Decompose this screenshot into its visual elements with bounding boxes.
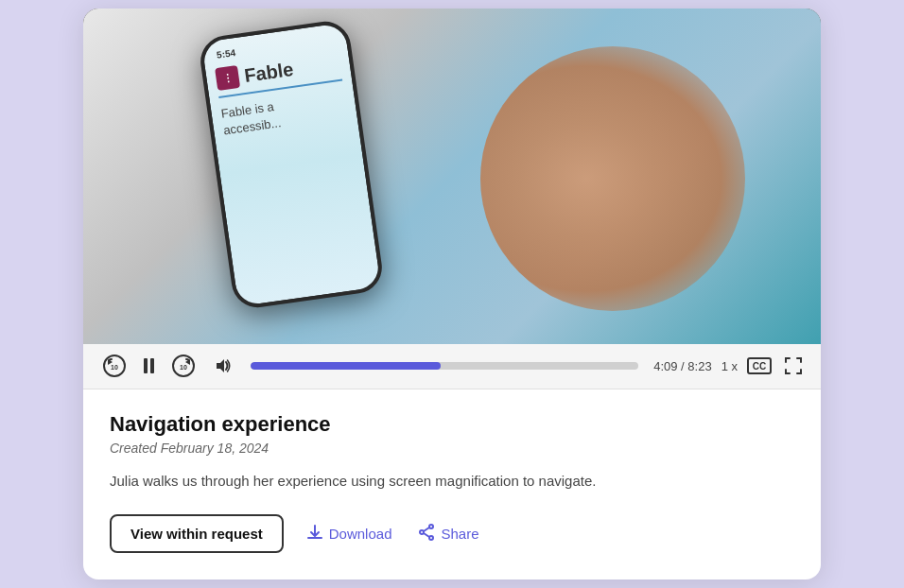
speed-badge[interactable]: 1 x [721,359,738,373]
volume-button[interactable] [209,353,235,379]
forward-10s-button[interactable]: 10 [167,350,200,382]
video-title: Navigation experience [110,412,794,437]
fable-icon: ⋮ [215,65,240,91]
svg-line-11 [424,533,429,537]
content-area: Navigation experience Created February 1… [83,389,821,580]
replay-10s-button[interactable]: 10 [98,350,130,382]
video-description: Julia walks us through her experience us… [110,471,794,493]
svg-text:10: 10 [111,364,118,371]
hand-overlay [480,46,745,311]
pause-button[interactable] [140,355,158,377]
download-label: Download [329,526,392,542]
video-area: 5:54 ⋮ Fable Fable is aaccessib... [83,9,821,344]
phone-mockup: 5:54 ⋮ Fable Fable is aaccessib... [198,18,386,310]
time-display: 4:09 / 8:23 [653,359,711,373]
svg-text:10: 10 [180,364,187,371]
video-card: 5:54 ⋮ Fable Fable is aaccessib... 10 [83,9,821,580]
video-thumbnail[interactable]: 5:54 ⋮ Fable Fable is aaccessib... [83,9,821,344]
progress-fill [251,362,441,370]
download-button[interactable]: Download [303,516,396,552]
svg-marker-6 [217,359,224,372]
share-icon [418,524,435,545]
share-label: Share [441,526,478,542]
video-date: Created February 18, 2024 [110,441,794,456]
phone-status-time: 5:54 [216,47,235,61]
phone-body-text: Fable is aaccessib... [220,97,283,140]
action-buttons: View within request Download [110,514,794,553]
video-controls-bar: 10 10 [83,344,821,389]
download-icon [306,524,323,545]
fable-app-name: Fable [243,58,295,86]
svg-line-10 [424,527,429,531]
view-within-request-button[interactable]: View within request [110,514,284,553]
share-button[interactable]: Share [414,516,482,552]
cc-button[interactable]: CC [747,357,772,374]
progress-bar[interactable] [251,362,638,370]
fullscreen-button[interactable] [781,354,806,378]
pause-icon [144,358,154,373]
